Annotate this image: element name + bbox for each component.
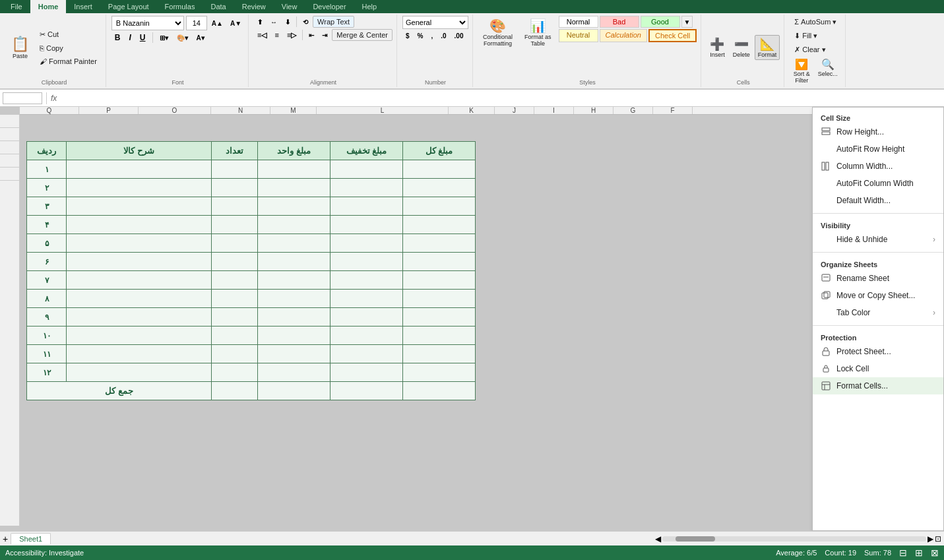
cell-total-10[interactable] bbox=[403, 327, 476, 345]
merge-center-button[interactable]: Merge & Center bbox=[332, 29, 393, 41]
comma-button[interactable]: , bbox=[427, 31, 436, 41]
cell-unit-8[interactable] bbox=[258, 290, 330, 308]
cell-discount-9[interactable] bbox=[330, 308, 403, 327]
cell-total-7[interactable] bbox=[403, 271, 476, 290]
autosum-button[interactable]: Σ AutoSum ▾ bbox=[790, 16, 841, 28]
text-direction-button[interactable]: ⟲ bbox=[299, 17, 311, 27]
col-header-p[interactable]: P bbox=[79, 107, 139, 114]
view-page-button[interactable]: ⊞ bbox=[915, 547, 923, 558]
conditional-formatting-button[interactable]: 🎨 ConditionalFormatting bbox=[478, 16, 517, 79]
tab-formulas[interactable]: Formulas bbox=[157, 0, 203, 13]
cell-unit-5[interactable] bbox=[258, 234, 330, 253]
increase-decimal-button[interactable]: .00 bbox=[451, 31, 467, 41]
col-header-q[interactable]: Q bbox=[20, 107, 79, 114]
cell-qty-2[interactable] bbox=[212, 179, 258, 197]
percent-button[interactable]: % bbox=[414, 31, 427, 41]
cell-unit-7[interactable] bbox=[258, 271, 330, 290]
col-header-l[interactable]: L bbox=[317, 107, 449, 114]
cell-desc-8[interactable] bbox=[67, 290, 212, 308]
move-copy-sheet-item[interactable]: Move or Copy Sheet... bbox=[813, 287, 943, 304]
header-description[interactable]: شرح کالا bbox=[67, 142, 212, 160]
underline-button[interactable]: U bbox=[137, 32, 149, 44]
cell-desc-3[interactable] bbox=[67, 197, 212, 216]
cell-desc-5[interactable] bbox=[67, 234, 212, 253]
format-cells-item[interactable]: Format Cells... bbox=[813, 377, 943, 394]
paste-button[interactable]: 📋 Paste bbox=[7, 34, 34, 61]
col-header-m[interactable]: M bbox=[270, 107, 317, 114]
cell-desc-9[interactable] bbox=[67, 308, 212, 327]
cell-desc-11[interactable] bbox=[67, 345, 212, 363]
decrease-indent-button[interactable]: ⇤ bbox=[305, 30, 317, 40]
font-size-input[interactable] bbox=[186, 16, 207, 30]
tab-data[interactable]: Data bbox=[203, 0, 234, 13]
font-name-select[interactable]: B Nazanin bbox=[111, 16, 184, 30]
cell-qty-7[interactable] bbox=[212, 271, 258, 290]
increase-font-button[interactable]: A▲ bbox=[209, 18, 226, 29]
decrease-decimal-button[interactable]: .0 bbox=[437, 31, 449, 41]
cell-qty-1[interactable] bbox=[212, 160, 258, 179]
style-neutral[interactable]: Neutral bbox=[559, 29, 598, 42]
cell-unit-12[interactable] bbox=[258, 363, 330, 382]
header-row-num[interactable]: ردیف bbox=[27, 142, 67, 160]
styles-expand-button[interactable]: ▼ bbox=[681, 16, 693, 28]
col-header-i[interactable]: I bbox=[534, 107, 574, 114]
select-button[interactable]: 🔍 Selec... bbox=[815, 56, 841, 86]
autofit-row-item[interactable]: AutoFit Row Height bbox=[813, 140, 943, 158]
col-width-item[interactable]: Column Width... bbox=[813, 158, 943, 175]
col-header-f[interactable]: F bbox=[653, 107, 693, 114]
cell-total-4[interactable] bbox=[403, 216, 476, 234]
cell-discount-sum[interactable] bbox=[330, 382, 403, 400]
cell-total-5[interactable] bbox=[403, 234, 476, 253]
cell-discount-7[interactable] bbox=[330, 271, 403, 290]
cell-discount-8[interactable] bbox=[330, 290, 403, 308]
cell-unit-6[interactable] bbox=[258, 253, 330, 271]
align-middle-button[interactable]: ↔ bbox=[267, 17, 280, 27]
decrease-font-button[interactable]: A▼ bbox=[228, 18, 244, 29]
delete-button[interactable]: ➖ Delete bbox=[730, 35, 753, 60]
add-sheet-button[interactable]: + bbox=[0, 534, 11, 544]
header-discount[interactable]: مبلغ تخفیف bbox=[330, 142, 403, 160]
cell-unit-3[interactable] bbox=[258, 197, 330, 216]
sort-filter-button[interactable]: 🔽 Sort &Filter bbox=[790, 56, 813, 86]
cell-unit-4[interactable] bbox=[258, 216, 330, 234]
number-format-select[interactable]: General Number Currency bbox=[402, 16, 468, 29]
tab-view[interactable]: View bbox=[274, 0, 305, 13]
cell-desc-6[interactable] bbox=[67, 253, 212, 271]
cell-discount-11[interactable] bbox=[330, 345, 403, 363]
borders-button[interactable]: ⊞▾ bbox=[156, 33, 172, 43]
expand-button[interactable]: ⊡ bbox=[935, 534, 941, 544]
cell-discount-2[interactable] bbox=[330, 179, 403, 197]
col-header-g[interactable]: G bbox=[614, 107, 653, 114]
cell-qty-5[interactable] bbox=[212, 234, 258, 253]
cell-qty-4[interactable] bbox=[212, 216, 258, 234]
cell-qty-8[interactable] bbox=[212, 290, 258, 308]
cell-qty-6[interactable] bbox=[212, 253, 258, 271]
italic-button[interactable]: I bbox=[125, 32, 134, 44]
cell-discount-3[interactable] bbox=[330, 197, 403, 216]
font-color-button[interactable]: A▾ bbox=[193, 33, 208, 43]
cell-total-sum[interactable] bbox=[403, 382, 476, 400]
style-calculation[interactable]: Calculation bbox=[600, 29, 647, 42]
scroll-right-button[interactable]: ▶ bbox=[928, 534, 933, 544]
horizontal-scrollbar[interactable] bbox=[662, 536, 926, 542]
increase-indent-button[interactable]: ⇥ bbox=[319, 30, 330, 40]
header-unit-price[interactable]: مبلغ واحد bbox=[258, 142, 330, 160]
tab-page-layout[interactable]: Page Layout bbox=[100, 0, 157, 13]
copy-button[interactable]: ⎘ Copy bbox=[35, 42, 102, 54]
col-header-k[interactable]: K bbox=[449, 107, 495, 114]
cell-total-6[interactable] bbox=[403, 253, 476, 271]
cell-total-3[interactable] bbox=[403, 197, 476, 216]
sheet-tab-1[interactable]: Sheet1 bbox=[11, 533, 51, 544]
style-bad[interactable]: Bad bbox=[600, 16, 639, 28]
cell-total-9[interactable] bbox=[403, 308, 476, 327]
cell-unit-11[interactable] bbox=[258, 345, 330, 363]
default-width-item[interactable]: Default Width... bbox=[813, 192, 943, 209]
cell-desc-10[interactable] bbox=[67, 327, 212, 345]
cell-qty-sum[interactable] bbox=[212, 382, 258, 400]
tab-developer[interactable]: Developer bbox=[305, 0, 354, 13]
tab-home[interactable]: Home bbox=[30, 0, 67, 13]
cell-qty-3[interactable] bbox=[212, 197, 258, 216]
col-header-o[interactable]: O bbox=[139, 107, 211, 114]
cell-qty-10[interactable] bbox=[212, 327, 258, 345]
cell-total-11[interactable] bbox=[403, 345, 476, 363]
